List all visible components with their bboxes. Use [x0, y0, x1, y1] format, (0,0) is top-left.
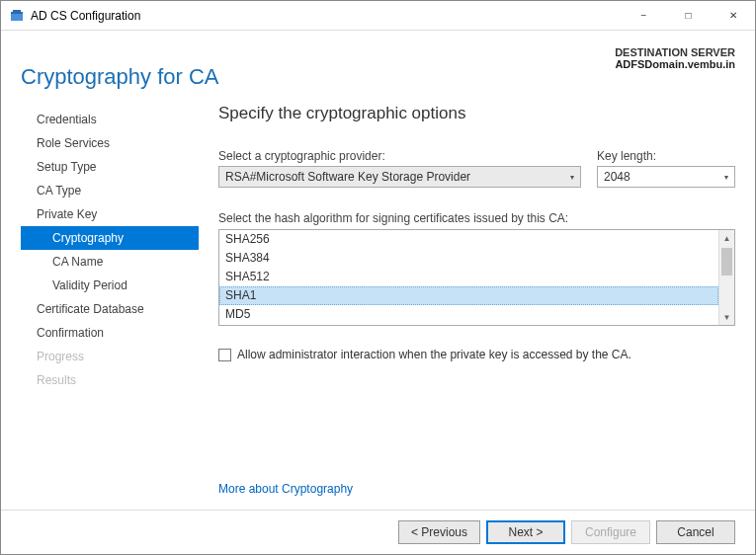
more-about-cryptography-link[interactable]: More about Cryptography	[218, 482, 735, 496]
sidebar-item-ca-type[interactable]: CA Type	[21, 179, 199, 202]
svg-rect-2	[13, 10, 21, 12]
hash-item-md5[interactable]: MD5	[219, 305, 718, 324]
next-button[interactable]: Next >	[486, 520, 565, 544]
content-pane: Specify the cryptographic options Select…	[199, 104, 735, 500]
titlebar: AD CS Configuration − □ ✕	[1, 1, 755, 31]
hash-item-sha512[interactable]: SHA512	[219, 268, 718, 286]
content-title: Specify the cryptographic options	[218, 104, 735, 123]
hash-item-sha1[interactable]: SHA1	[219, 286, 718, 305]
sidebar-item-validity-period[interactable]: Validity Period	[21, 274, 199, 297]
minimize-button[interactable]: −	[622, 1, 666, 30]
sidebar-item-setup-type[interactable]: Setup Type	[21, 155, 199, 179]
maximize-button[interactable]: □	[666, 1, 711, 30]
sidebar-item-confirmation[interactable]: Confirmation	[21, 321, 199, 345]
keylength-select[interactable]: 2048 ▾	[597, 166, 735, 188]
sidebar-item-private-key[interactable]: Private Key	[21, 202, 199, 226]
window-title: AD CS Configuration	[31, 9, 622, 23]
scrollbar-down-icon[interactable]: ▼	[719, 309, 734, 325]
provider-label: Select a cryptographic provider:	[218, 149, 581, 163]
destination-server-block: DESTINATION SERVER ADFSDomain.vembu.in	[615, 42, 735, 70]
close-button[interactable]: ✕	[711, 1, 755, 30]
window-frame: AD CS Configuration − □ ✕ Cryptography f…	[0, 0, 756, 555]
sidebar-item-certificate-database[interactable]: Certificate Database	[21, 297, 199, 321]
page-heading: Cryptography for CA	[21, 42, 615, 90]
provider-col: Select a cryptographic provider: RSA#Mic…	[218, 149, 581, 188]
sidebar-item-results: Results	[21, 368, 199, 392]
sidebar-item-ca-name[interactable]: CA Name	[21, 250, 199, 274]
keylength-label: Key length:	[597, 149, 735, 163]
sidebar-item-credentials[interactable]: Credentials	[21, 108, 199, 131]
allow-admin-checkbox[interactable]	[218, 349, 231, 361]
svg-rect-1	[11, 12, 23, 14]
sidebar-item-progress: Progress	[21, 345, 199, 368]
cancel-button[interactable]: Cancel	[656, 520, 735, 544]
sidebar-item-role-services[interactable]: Role Services	[21, 131, 199, 155]
hash-listbox[interactable]: SHA256 SHA384 SHA512 SHA1 MD5 ▲ ▼	[218, 229, 735, 326]
provider-select[interactable]: RSA#Microsoft Software Key Storage Provi…	[218, 166, 581, 188]
chevron-down-icon: ▾	[570, 173, 574, 182]
hash-label: Select the hash algorithm for signing ce…	[218, 211, 735, 225]
header-row: Cryptography for CA DESTINATION SERVER A…	[1, 31, 755, 98]
provider-keylength-row: Select a cryptographic provider: RSA#Mic…	[218, 149, 735, 188]
chevron-down-icon: ▾	[724, 173, 728, 182]
destination-server-value: ADFSDomain.vembu.in	[615, 58, 735, 70]
keylength-col: Key length: 2048 ▾	[597, 149, 735, 188]
scrollbar-up-icon[interactable]: ▲	[719, 230, 734, 246]
configure-button: Configure	[571, 520, 650, 544]
hash-listbox-scrollbar[interactable]: ▲ ▼	[718, 230, 734, 325]
body: Credentials Role Services Setup Type CA …	[1, 98, 755, 510]
keylength-select-value: 2048	[604, 170, 724, 184]
allow-admin-row[interactable]: Allow administrator interaction when the…	[218, 348, 735, 361]
previous-button[interactable]: < Previous	[398, 520, 480, 544]
window-controls: − □ ✕	[622, 1, 755, 30]
provider-select-value: RSA#Microsoft Software Key Storage Provi…	[225, 170, 570, 184]
app-icon	[9, 8, 25, 24]
sidebar-item-cryptography[interactable]: Cryptography	[21, 226, 199, 250]
destination-server-label: DESTINATION SERVER	[615, 46, 735, 58]
scrollbar-thumb[interactable]	[721, 248, 732, 276]
hash-item-sha256[interactable]: SHA256	[219, 230, 718, 249]
wizard-sidebar: Credentials Role Services Setup Type CA …	[21, 104, 199, 500]
hash-listbox-items: SHA256 SHA384 SHA512 SHA1 MD5	[219, 230, 718, 325]
allow-admin-label: Allow administrator interaction when the…	[237, 348, 631, 361]
footer: < Previous Next > Configure Cancel	[1, 510, 755, 554]
hash-item-sha384[interactable]: SHA384	[219, 249, 718, 268]
